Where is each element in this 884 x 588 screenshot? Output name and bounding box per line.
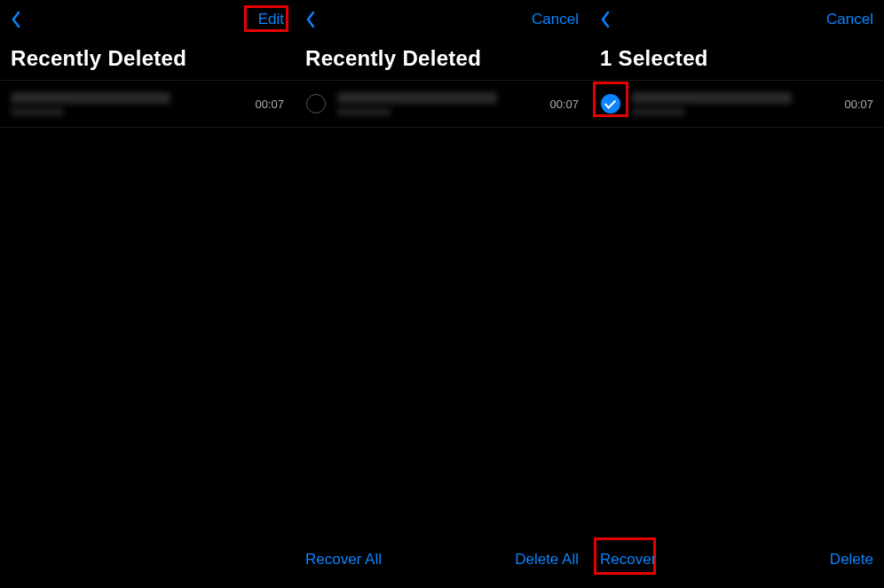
duration-label: 00:07: [255, 98, 284, 111]
memo-title-redacted: [632, 92, 837, 116]
delete-all-button[interactable]: Delete All: [515, 551, 579, 568]
page-title: 1 Selected: [589, 39, 884, 80]
memo-title-redacted: [11, 92, 248, 116]
pane-3: Cancel 1 Selected 00:07 Recover Delete: [589, 0, 884, 588]
list-item[interactable]: 00:07: [589, 81, 884, 127]
nav-bar: Edit: [0, 0, 295, 39]
delete-button[interactable]: Delete: [830, 551, 873, 568]
circle-unchecked-icon: [306, 94, 326, 114]
pane-2: Cancel Recently Deleted 00:07 Recover Al…: [295, 0, 589, 588]
back-button[interactable]: [600, 11, 611, 28]
cancel-button[interactable]: Cancel: [532, 11, 579, 28]
cancel-button[interactable]: Cancel: [826, 11, 873, 28]
recover-all-button[interactable]: Recover All: [305, 551, 382, 568]
list-item[interactable]: 00:07: [295, 81, 589, 127]
select-checkbox[interactable]: [600, 93, 621, 114]
back-button[interactable]: [11, 11, 21, 28]
bottom-toolbar: Recover All Delete All: [295, 540, 589, 588]
page-title: Recently Deleted: [295, 39, 589, 80]
bottom-toolbar: Recover Delete: [589, 540, 884, 588]
divider: [295, 127, 589, 128]
nav-bar: Cancel: [295, 0, 589, 39]
chevron-left-icon: [11, 11, 21, 28]
nav-bar: Cancel: [589, 0, 884, 39]
divider: [0, 127, 295, 128]
divider: [589, 127, 884, 128]
duration-label: 00:07: [549, 98, 579, 111]
list-item[interactable]: 00:07: [0, 81, 295, 127]
pane-1: Edit Recently Deleted 00:07: [0, 0, 295, 588]
recover-button[interactable]: Recover: [600, 551, 656, 568]
duration-label: 00:07: [844, 98, 873, 111]
edit-button[interactable]: Edit: [258, 11, 284, 28]
memo-title-redacted: [337, 92, 542, 116]
back-button[interactable]: [305, 11, 316, 28]
select-checkbox[interactable]: [305, 93, 327, 114]
chevron-left-icon: [305, 11, 316, 28]
checkmark-circle-icon: [601, 94, 620, 114]
chevron-left-icon: [600, 11, 611, 28]
page-title: Recently Deleted: [0, 39, 295, 80]
